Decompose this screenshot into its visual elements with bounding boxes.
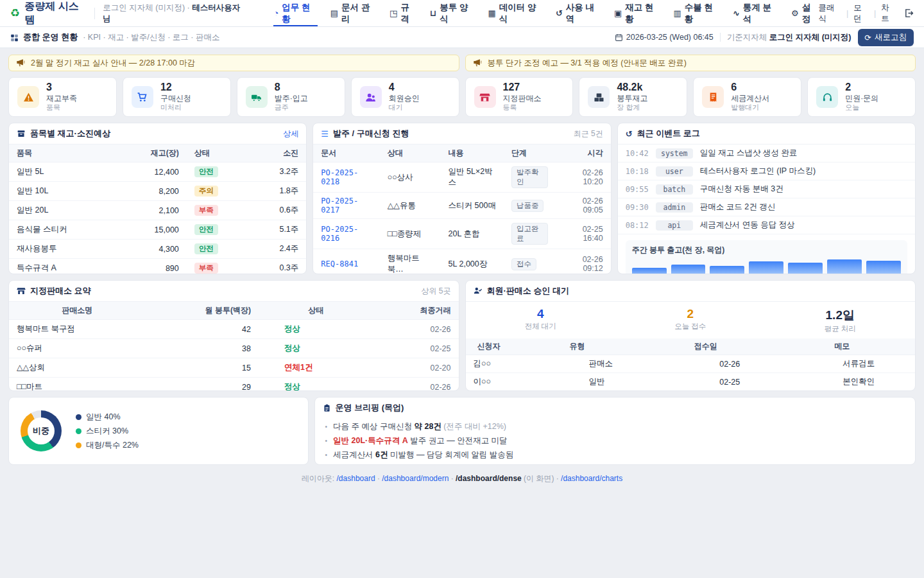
kpi-sub: 품목 <box>46 103 77 112</box>
kpi-card-member-approvals: 4회원승인대기 <box>351 77 459 117</box>
kpi-card-tax-invoices: 6세금계산서발행대기 <box>693 77 801 117</box>
user-check-icon <box>474 286 483 295</box>
panel-title-text: 발주 / 구매신청 진행 <box>333 128 409 139</box>
footer-link-charts[interactable]: /dashboard/charts <box>561 474 622 483</box>
log-row: 09:55batch구매신청 자동 분배 3건 <box>618 180 915 198</box>
divider <box>720 33 721 42</box>
weekly-bar: 월 <box>632 259 667 274</box>
document-link[interactable]: REQ-8841 <box>321 259 358 268</box>
panel-title: 회원·판매소 승인 대기 <box>474 285 570 297</box>
kpi-value: 2 <box>845 82 878 93</box>
inventory-detail-link[interactable]: 상세 <box>283 128 298 139</box>
footer-link-dashboard[interactable]: /dashboard <box>337 474 375 483</box>
kpi-sub: 대기 <box>389 103 420 112</box>
panel-title-text: 최근 이벤트 로그 <box>637 128 700 139</box>
nav-item-specs[interactable]: ◳규격 <box>389 0 417 26</box>
page-title-text: 종합 운영 현황 <box>23 31 78 43</box>
weekly-bar: 토 <box>827 259 862 274</box>
footer-current-layout: /dashboard/dense <box>456 474 522 483</box>
col-header: 재고(장) <box>116 144 186 162</box>
store-icon <box>17 286 26 295</box>
login-context: 로그인 지자체 (미지정) · 테스터사용자님 <box>103 3 244 24</box>
nav-item-documents[interactable]: ▤문서 관리 <box>330 0 377 26</box>
col-header: 내용 <box>441 144 504 162</box>
kpi-value: 3 <box>46 82 77 93</box>
basis-label: 기준지자체 <box>727 33 767 42</box>
cart-icon <box>132 86 153 108</box>
table-row: PO-2025-0216□□종량제20L 혼합입고완료02-25 16:40 <box>313 219 610 249</box>
status-badge: 안전 <box>194 166 218 177</box>
mode-chart-link[interactable]: 차트 <box>881 3 896 24</box>
footer-label: 레이아웃: <box>302 474 334 483</box>
briefing-list: •다음 주 예상 구매신청 약 28건 (전주 대비 +12%) •일반 20L… <box>315 415 915 465</box>
megaphone-icon <box>473 58 482 67</box>
nav-item-statistics[interactable]: ∿통계 분석 <box>733 0 778 26</box>
nav-item-data-forms[interactable]: ▦데이터 양식 <box>488 0 542 26</box>
refresh-button[interactable]: ⟳ 새로고침 <box>858 29 914 46</box>
briefing-item: •지정판매소 △△상회 연체 1건 — 현장 점검 일정 3/3 <box>325 464 905 465</box>
log-time: 10:42 <box>626 149 649 158</box>
status-badge: 부족 <box>194 205 218 216</box>
mode-modern-link[interactable]: 모던 <box>853 3 869 24</box>
bullet-icon: • <box>325 437 328 444</box>
log-message: 구매신청 자동 분배 3건 <box>700 184 783 195</box>
log-message: 일일 재고 스냅샷 생성 완료 <box>700 148 797 159</box>
gauge-icon: ◔ <box>273 8 278 18</box>
nav-item-inventory[interactable]: ▣재고 현황 <box>614 0 660 26</box>
separator: · <box>377 474 380 483</box>
document-link[interactable]: PO-2025-0218 <box>321 168 358 186</box>
kpi-value: 12 <box>160 82 191 93</box>
panel-title: ↺ 최근 이벤트 로그 <box>626 128 700 139</box>
log-tag: system <box>656 148 693 159</box>
footer-link-modern[interactable]: /dashboard/modern <box>382 474 449 483</box>
footer-current-note: (이 화면) <box>524 474 554 483</box>
panel-title: 품목별 재고·소진예상 <box>17 128 110 139</box>
weekly-bar: 일 <box>866 259 901 274</box>
panel-title-text: 회원·판매소 승인 대기 <box>487 285 570 297</box>
kpi-sub: 등록 <box>503 103 542 112</box>
nav-item-bag-forms[interactable]: ⊔봉투 양식 <box>430 0 475 26</box>
user-icon <box>360 86 382 108</box>
chart-icon: ∿ <box>733 8 740 18</box>
table-row: ○○슈퍼38정상02-25 <box>9 339 459 358</box>
divider <box>94 8 95 19</box>
store-status: 연체1건 <box>284 363 312 372</box>
refresh-icon: ⟳ <box>865 33 871 42</box>
document-link[interactable]: PO-2025-0216 <box>321 225 358 243</box>
mode-classic-link[interactable]: 클래식 <box>818 3 841 24</box>
nav-item-settings[interactable]: ⚙설정 <box>791 0 818 26</box>
nav-item-usage-history[interactable]: ↺사용 내역 <box>556 0 601 26</box>
kpi-label: 봉투재고 <box>617 94 647 103</box>
context-label: 로그인 지자체 (미지정) · <box>103 3 189 12</box>
table-row: REQ-8841행복마트 북…5L 2,000장접수02-26 09:12 <box>313 249 610 275</box>
table-row: 특수규격 A890부족0.3주 <box>9 259 306 275</box>
kpi-card-bag-stock: 48.2k봉투재고장 합계 <box>579 77 687 117</box>
spec-icon: ◳ <box>389 8 397 18</box>
panel-title-text: 품목별 재고·소진예상 <box>30 128 110 139</box>
nav-item-ledger[interactable]: ▥수불 현황 <box>674 0 720 26</box>
refresh-label: 새로고침 <box>875 32 907 43</box>
legend-item: 대형/특수 22% <box>76 440 139 451</box>
col-header: 시각 <box>556 144 611 162</box>
kpi-sub: 금주 <box>275 103 308 112</box>
briefing-panel: 운영 브리핑 (목업) •다음 주 예상 구매신청 약 28건 (전주 대비 +… <box>314 397 916 465</box>
log-row: 10:18user테스터사용자 로그인 (IP 마스킹) <box>618 162 915 180</box>
truck-icon <box>246 86 268 108</box>
col-header: 상태 <box>187 144 250 162</box>
col-header: 품목 <box>9 144 116 162</box>
nav-item-work-status[interactable]: ◔업무 현황 <box>273 0 317 26</box>
nav-label: 봉투 양식 <box>440 2 475 25</box>
logout-icon[interactable] <box>904 8 914 18</box>
log-row: 08:12api세금계산서 연동 응답 정상 <box>618 216 915 234</box>
nav-label: 설정 <box>802 2 818 25</box>
document-link[interactable]: PO-2025-0217 <box>321 197 358 215</box>
basis-value: 로그인 지자체 (미지정) <box>769 33 851 42</box>
kpi-sub: 미처리 <box>160 103 191 112</box>
gear-icon: ⚙ <box>791 8 799 18</box>
nav-label: 규격 <box>400 2 416 25</box>
kpi-card-inquiries: 2민원·문의오늘 <box>807 77 916 117</box>
kpi-sub: 오늘 <box>845 103 878 112</box>
app-logo[interactable]: ♻ 종량제 시스템 <box>10 0 87 27</box>
kpi-value: 6 <box>731 82 769 93</box>
table-row: 행복마트 북구점42정상02-26 <box>9 320 459 339</box>
